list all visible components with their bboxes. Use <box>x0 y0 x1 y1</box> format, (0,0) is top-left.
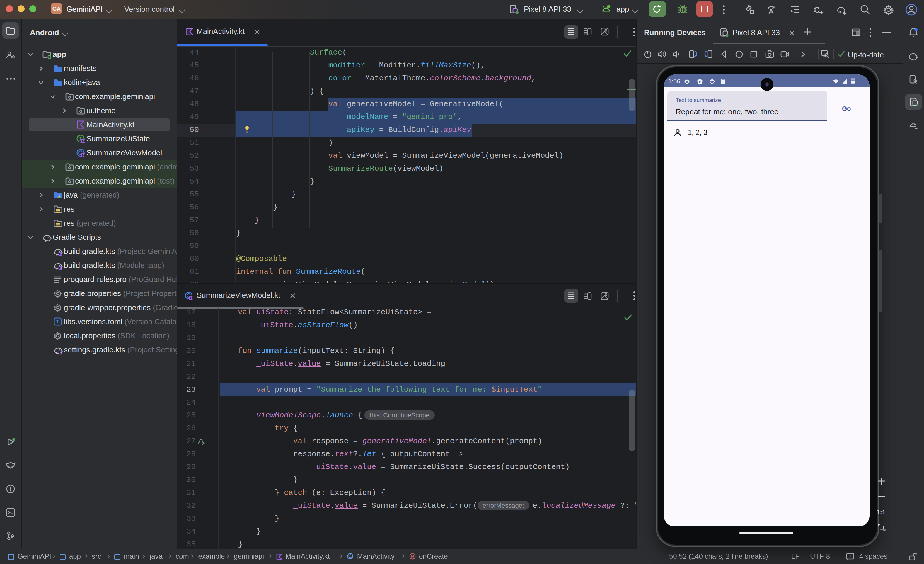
svg-text:*: * <box>58 194 61 200</box>
